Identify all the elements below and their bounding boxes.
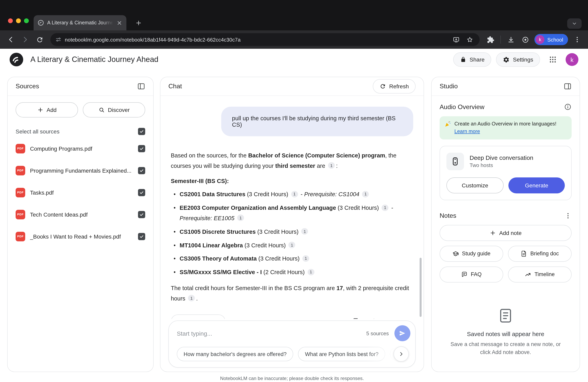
refresh-chat-button[interactable]: Refresh — [373, 79, 416, 94]
notes-heading: Notes — [440, 212, 456, 219]
semester-heading: Semester-III (BS CS): — [171, 176, 413, 186]
citation-chip[interactable]: 1 — [188, 295, 195, 301]
briefing-doc-icon — [521, 250, 527, 257]
discover-sources-button[interactable]: Discover — [83, 102, 145, 117]
profile-avatar: k — [536, 35, 545, 44]
thumbs-up-icon[interactable] — [370, 318, 378, 319]
reload-icon[interactable] — [33, 33, 46, 46]
audio-device-icon — [446, 153, 464, 170]
install-app-icon[interactable] — [451, 34, 462, 45]
chat-scroll-area[interactable]: pull up the courses I'll be studying dur… — [160, 96, 424, 319]
studio-panel-title: Studio — [440, 83, 458, 90]
generate-button[interactable]: Generate — [508, 177, 565, 193]
downloads-icon[interactable] — [504, 33, 518, 46]
source-list-item[interactable]: PDF Tech Content Ideas.pdf — [8, 203, 153, 225]
back-icon[interactable] — [4, 33, 18, 46]
notes-menu-kebab-icon[interactable] — [564, 212, 572, 219]
course-list: CS2001 Data Structures (3 Credit Hours) … — [171, 190, 413, 278]
source-checkbox[interactable] — [138, 233, 145, 240]
source-checkbox[interactable] — [138, 167, 145, 174]
citation-chip[interactable]: 1 — [382, 204, 389, 211]
notes-empty-state: Saved notes will appear here Save a chat… — [440, 307, 572, 357]
deep-dive-card: Deep Dive conversation Two hosts Customi… — [440, 146, 572, 200]
source-list-item[interactable]: PDF Tasks.pdf — [8, 181, 153, 203]
citation-chip[interactable]: 1 — [291, 191, 298, 197]
course-item: CS2001 Data Structures (3 Credit Hours) … — [171, 190, 413, 200]
customize-button[interactable]: Customize — [446, 177, 504, 193]
search-icon — [98, 107, 105, 113]
study-guide-button[interactable]: Study guide — [440, 246, 503, 262]
citation-chip[interactable]: 1 — [307, 269, 314, 275]
tab-close-icon[interactable] — [116, 20, 122, 26]
account-avatar[interactable]: k — [566, 53, 578, 66]
source-checkbox[interactable] — [138, 211, 145, 218]
learn-more-link[interactable]: Learn more — [454, 129, 480, 134]
course-item: MT1004 Linear Algebra (3 Credit Hours) 1 — [171, 240, 413, 251]
share-button[interactable]: Share — [453, 52, 491, 67]
pin-icon — [178, 318, 184, 319]
copy-icon[interactable] — [352, 318, 360, 319]
citation-chip[interactable]: 1 — [328, 162, 335, 169]
thumbs-down-icon[interactable] — [388, 318, 396, 319]
citation-chip[interactable]: 1 — [237, 215, 244, 221]
save-to-note-button[interactable]: Save to note — [171, 314, 225, 319]
suggestion-chip[interactable]: How many bachelor's degrees are offered? — [177, 347, 294, 361]
tab-search-button[interactable] — [567, 18, 582, 29]
chat-panel: Chat Refresh pull up the courses I'll be… — [160, 77, 424, 372]
response-summary: The total credit hours for Semester-III … — [171, 283, 413, 304]
apps-grid-icon[interactable] — [545, 52, 561, 68]
minimize-window-button[interactable] — [16, 18, 21, 23]
settings-button[interactable]: Settings — [496, 52, 540, 67]
collapse-studio-panel-icon[interactable] — [564, 82, 572, 90]
citation-chip[interactable]: 1 — [301, 228, 308, 234]
browser-menu-kebab-icon[interactable] — [570, 33, 584, 46]
close-window-button[interactable] — [8, 18, 13, 23]
more-suggestions-button[interactable] — [394, 346, 409, 362]
new-tab-button[interactable] — [133, 17, 144, 28]
plus-icon — [490, 229, 496, 236]
info-icon[interactable] — [564, 103, 572, 111]
disclaimer-text: NotebookLM can be inaccurate; please dou… — [160, 376, 424, 381]
sources-panel: Sources Add Discover Select all sources — [7, 77, 154, 372]
studio-panel: Studio Audio Overview Create an Audio Ov… — [431, 77, 580, 372]
timeline-button[interactable]: Timeline — [508, 266, 572, 282]
faq-button[interactable]: FAQ — [440, 266, 503, 282]
refresh-icon — [379, 83, 386, 90]
assistant-response: Based on the sources, for the Bachelor o… — [171, 151, 413, 304]
briefing-doc-button[interactable]: Briefing doc — [508, 246, 572, 262]
main-content: Sources Add Discover Select all sources — [0, 70, 588, 382]
empty-state-title: Saved notes will appear here — [446, 330, 565, 337]
chat-input[interactable] — [177, 330, 361, 337]
response-intro: Based on the sources, for the Bachelor o… — [171, 151, 413, 171]
site-settings-icon[interactable] — [55, 36, 62, 43]
collapse-sources-panel-icon[interactable] — [137, 82, 145, 90]
bookmark-star-icon[interactable] — [465, 34, 475, 45]
browser-titlebar: A Literary & Cinematic Journey Ahead — [0, 0, 588, 30]
source-list-item[interactable]: PDF Computing Programs.pdf — [8, 137, 153, 159]
chat-panel-title: Chat — [168, 83, 182, 90]
citation-chip[interactable]: 1 — [362, 191, 369, 197]
course-item: CS3005 Theory of Automata (3 Credit Hour… — [171, 254, 413, 264]
browser-profile-button[interactable]: k School — [535, 34, 568, 45]
extensions-puzzle-icon[interactable] — [484, 33, 497, 46]
send-button[interactable] — [394, 325, 410, 341]
chat-scrollbar[interactable] — [420, 258, 421, 317]
study-guide-icon — [452, 250, 459, 257]
citation-chip[interactable]: 1 — [302, 255, 309, 262]
fullscreen-window-button[interactable] — [24, 18, 29, 23]
address-bar[interactable]: notebooklm.google.com/notebook/18ab1f44-… — [50, 33, 480, 46]
plus-icon — [37, 107, 43, 113]
source-checkbox[interactable] — [138, 145, 145, 152]
source-list-item[interactable]: PDF Programming Fundamentals Explained..… — [8, 159, 153, 181]
source-checkbox[interactable] — [138, 189, 145, 196]
source-list-item[interactable]: PDF _Books I Want to Read + Movies.pdf — [8, 225, 153, 247]
forward-icon[interactable] — [18, 33, 32, 46]
add-source-button[interactable]: Add — [16, 102, 78, 117]
notebook-title[interactable]: A Literary & Cinematic Journey Ahead — [30, 55, 158, 64]
browser-utility-icon[interactable] — [519, 33, 532, 46]
url-text[interactable]: notebooklm.google.com/notebook/18ab1f44-… — [65, 37, 448, 42]
citation-chip[interactable]: 1 — [289, 242, 295, 248]
select-all-checkbox[interactable] — [138, 128, 145, 135]
add-note-button[interactable]: Add note — [440, 225, 572, 241]
browser-tab[interactable]: A Literary & Cinematic Journey Ahead — [34, 15, 126, 30]
